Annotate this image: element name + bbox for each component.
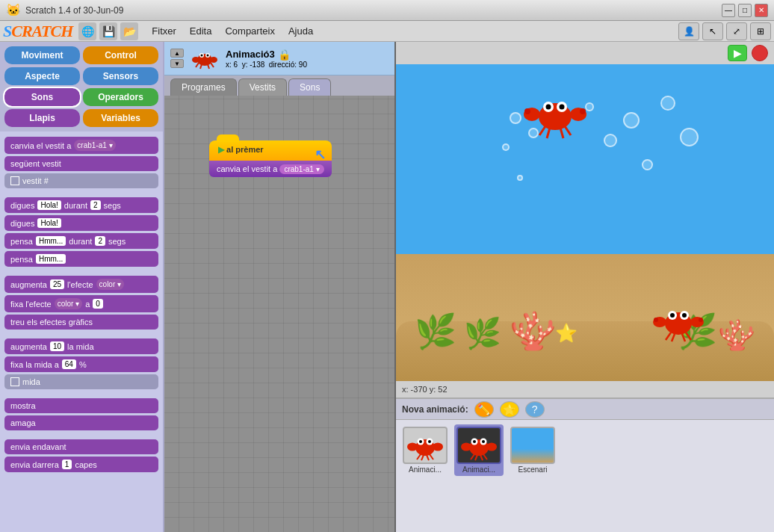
check-vestit[interactable]: [10, 176, 19, 185]
nav-up[interactable]: ▲: [170, 49, 184, 58]
hat-label: al prèmer: [226, 145, 264, 154]
block-mida-check[interactable]: mida: [4, 374, 158, 389]
block-envia-endavant[interactable]: envia endavant: [4, 439, 158, 454]
menu-fitxer[interactable]: Fitxer: [146, 23, 182, 39]
input-25[interactable]: 25: [50, 279, 64, 289]
sprite-nav: ▲ ▼: [170, 49, 184, 68]
input-64[interactable]: 64: [62, 359, 76, 369]
svg-line-44: [417, 454, 421, 460]
cmd-block-canvia[interactable]: canvia el vestit a crab1-a1 ▾: [209, 161, 332, 177]
block-amaga[interactable]: amaga: [4, 415, 158, 430]
block-fixa-mida[interactable]: fixa la mida a 64 %: [4, 356, 158, 372]
globe-icon[interactable]: 🌐: [78, 22, 96, 40]
cat-control[interactable]: Control: [83, 46, 158, 64]
sprite-thumb-1[interactable]: Animaci...: [400, 424, 450, 476]
menu-ajuda[interactable]: Ajuda: [282, 23, 319, 39]
scripts-area[interactable]: ▶ al prèmer ↖ canvia el vestit a crab1-a…: [164, 96, 394, 532]
input-10[interactable]: 10: [50, 341, 64, 351]
svg-line-57: [480, 455, 483, 460]
tab-sons[interactable]: Sons: [288, 78, 331, 96]
input-2-sec2[interactable]: 2: [95, 236, 105, 246]
zoom-btn[interactable]: ⊞: [750, 22, 771, 40]
left-panel: Moviment Control Aspecte Sensors Sons Op…: [0, 42, 164, 532]
block-pensa[interactable]: pensa Hmm...: [4, 251, 158, 267]
bubble: [623, 112, 640, 129]
svg-point-39: [419, 440, 422, 443]
input-1-capes[interactable]: 1: [62, 460, 72, 469]
input-hmm1[interactable]: Hmm...: [36, 236, 66, 246]
svg-line-45: [421, 455, 424, 460]
menu-comparteix[interactable]: Comparteix: [219, 23, 280, 39]
cat-moviment[interactable]: Moviment: [4, 46, 80, 64]
add-sprite-star[interactable]: ⭐: [500, 401, 519, 418]
block-mostra[interactable]: mostra: [4, 398, 158, 413]
block-pensa-durant[interactable]: pensa Hmm... durant 2 segs: [4, 233, 158, 249]
svg-line-35: [672, 334, 675, 341]
block-digues[interactable]: digues Hola!: [4, 215, 158, 231]
dropdown-color1[interactable]: color ▾: [96, 279, 124, 290]
hat-block-container: ▶ al prèmer ↖ canvia el vestit a crab1-a…: [209, 140, 332, 177]
svg-line-10: [211, 63, 214, 67]
user-icon[interactable]: 👤: [678, 22, 699, 40]
dropdown-crab1a1[interactable]: crab1-a1 ▾: [74, 140, 115, 151]
svg-point-4: [207, 55, 209, 57]
check-mida[interactable]: [10, 377, 19, 386]
block-canvia-vestit[interactable]: canvia el vestit a crab1-a1 ▾: [4, 137, 158, 154]
sprite-list-header: Nova animació: ✏️ ⭐ ?: [396, 399, 774, 420]
coral-pink: 🪸: [510, 309, 556, 353]
menu-edita[interactable]: Edita: [184, 23, 218, 39]
tab-vestits[interactable]: Vestits: [238, 78, 287, 96]
hat-block[interactable]: ▶ al prèmer ↖: [209, 140, 332, 161]
menu-items: Fitxer Edita Comparteix Ajuda: [146, 23, 319, 39]
script-dropdown[interactable]: crab1-a1 ▾: [279, 164, 323, 174]
fullscreen-btn[interactable]: ⤢: [726, 22, 747, 40]
red-stop-button[interactable]: [752, 45, 768, 61]
save-icon[interactable]: 💾: [99, 22, 117, 40]
svg-line-9: [208, 64, 209, 69]
block-digues-durant[interactable]: digues Hola! durant 2 segs: [4, 197, 158, 213]
block-fixa-efecte[interactable]: fixa l'efecte color ▾ a 0: [4, 295, 158, 312]
maximize-button[interactable]: □: [738, 4, 752, 17]
minimize-button[interactable]: —: [722, 4, 735, 17]
cat-aspecte[interactable]: Aspecte: [4, 67, 80, 85]
cursor-tool[interactable]: ↖: [702, 22, 723, 40]
input-hmm2[interactable]: Hmm...: [36, 254, 66, 264]
input-hola[interactable]: Hola!: [37, 200, 61, 210]
svg-line-36: [666, 332, 671, 340]
add-sprite-draw[interactable]: ✏️: [474, 401, 494, 418]
script-group: ▶ al prèmer ↖ canvia el vestit a crab1-a…: [209, 140, 332, 177]
sprite-thumb-stage[interactable]: Escenari: [508, 424, 557, 476]
block-vestit-num[interactable]: vestit #: [4, 173, 158, 188]
add-sprite-import[interactable]: ?: [525, 401, 545, 418]
cat-operadors[interactable]: Operadors: [83, 88, 158, 106]
block-treu-efectes[interactable]: treu els efectes gràfics: [4, 315, 158, 330]
dropdown-color2[interactable]: color ▾: [55, 298, 82, 309]
svg-line-20: [539, 126, 545, 135]
folder-icon[interactable]: 📂: [120, 22, 138, 40]
close-button[interactable]: ✕: [755, 4, 768, 17]
tab-bar: Programes Vestits Sons: [164, 75, 394, 96]
blocks-list: canvia el vestit a crab1-a1 ▾ següent ve…: [0, 132, 163, 532]
svg-point-41: [428, 440, 431, 443]
cat-sons[interactable]: Sons: [4, 88, 80, 106]
svg-line-33: [686, 332, 691, 340]
tab-programes[interactable]: Programes: [170, 78, 237, 96]
input-hola2[interactable]: Hola!: [37, 218, 61, 228]
stage-canvas[interactable]: 🌿 🌿 🪸 🌿 🪸 ⭐: [396, 64, 774, 381]
block-augmenta-mida[interactable]: augmenta 10 la mida: [4, 338, 158, 354]
cat-llapis[interactable]: Llapis: [4, 109, 80, 127]
block-augmenta-efecte[interactable]: augmenta 25 l'efecte color ▾: [4, 276, 158, 293]
bubble: [604, 134, 617, 147]
bubble: [510, 112, 521, 124]
flag-symbol: ▶: [218, 145, 224, 154]
cat-sensors[interactable]: Sensors: [83, 67, 158, 85]
input-0[interactable]: 0: [93, 299, 103, 309]
bubble: [502, 143, 510, 151]
nav-down[interactable]: ▼: [170, 59, 184, 68]
block-seguent-vestit[interactable]: següent vestit: [4, 156, 158, 171]
cat-variables[interactable]: Variables: [83, 109, 158, 127]
sprite-thumb-2[interactable]: Animaci...: [454, 424, 504, 476]
input-2-sec[interactable]: 2: [90, 200, 101, 210]
green-flag-button[interactable]: ▶: [728, 45, 747, 61]
block-envia-darrera[interactable]: envia darrera 1 capes: [4, 457, 158, 472]
